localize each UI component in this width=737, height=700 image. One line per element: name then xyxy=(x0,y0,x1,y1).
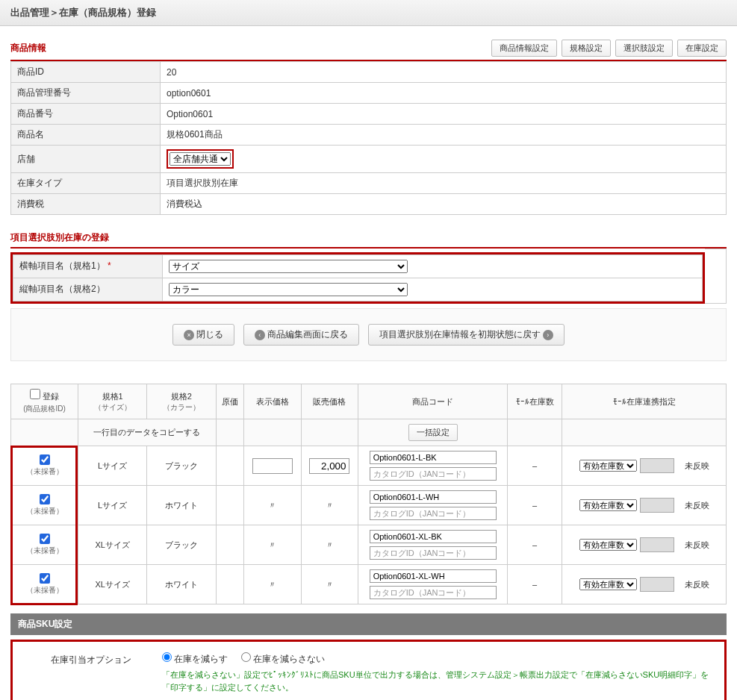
catalog-id-input[interactable] xyxy=(370,546,497,560)
cell-mall-stock: – xyxy=(508,565,562,604)
spec-grid: 登録 (商品規格ID) 規格1（サイズ） 規格2（カラー） 原価 表示価格 販売… xyxy=(10,384,727,604)
cell-spec2: ブラック xyxy=(147,446,216,486)
grid-header-spec1: 規格1 xyxy=(81,391,143,402)
radio-keep[interactable] xyxy=(241,652,251,662)
stock-link-select[interactable]: 有効在庫数 xyxy=(579,499,637,511)
row-checkbox[interactable] xyxy=(40,573,50,584)
reflect-status: 未反映 xyxy=(685,579,709,590)
cell-code xyxy=(358,446,508,486)
cell-mall-link: 有効在庫数未反映 xyxy=(562,486,727,525)
option-settings-button[interactable]: 選択肢設定 xyxy=(615,40,673,57)
cell-sale-price: 〃 xyxy=(301,525,358,565)
reflect-status: 未反映 xyxy=(685,500,709,511)
select-all-checkbox[interactable] xyxy=(30,389,40,399)
row-checkbox[interactable] xyxy=(40,454,50,465)
reflect-status: 未反映 xyxy=(685,460,709,472)
product-code-input[interactable] xyxy=(370,569,497,583)
cell-code xyxy=(358,486,508,525)
product-code-input[interactable] xyxy=(370,530,497,543)
reflect-status: 未反映 xyxy=(685,540,709,551)
sku-option-label: 在庫引当オプション xyxy=(20,652,162,666)
close-icon: × xyxy=(184,330,194,340)
stock-link-select[interactable]: 有効在庫数 xyxy=(579,460,637,472)
stock-link-number xyxy=(640,498,674,513)
axis2-select[interactable]: カラー xyxy=(169,283,408,296)
chevron-left-icon: ‹ xyxy=(255,330,265,340)
label-tax: 消費税 xyxy=(11,194,161,215)
row-status: （未採番） xyxy=(26,546,63,556)
cell-spec1: XLサイズ xyxy=(78,565,147,604)
label-product-id: 商品ID xyxy=(11,62,161,83)
radio-decrease[interactable] xyxy=(162,652,172,662)
label-mgmt-no: 商品管理番号 xyxy=(11,83,161,104)
bulk-set-button[interactable]: 一括設定 xyxy=(408,424,458,441)
product-info-settings-button[interactable]: 商品情報設定 xyxy=(491,40,557,57)
cell-spec1: Lサイズ xyxy=(78,446,147,486)
product-code-input[interactable] xyxy=(370,490,497,504)
grid-header-register-sub: (商品規格ID) xyxy=(23,404,66,414)
cell-mall-link: 有効在庫数未反映 xyxy=(562,525,727,565)
cell-mall-stock: – xyxy=(508,446,562,486)
product-code-input[interactable] xyxy=(370,451,497,464)
catalog-id-input[interactable] xyxy=(370,467,497,481)
grid-header-register: 登録 xyxy=(30,389,59,402)
cell-cost xyxy=(216,565,244,604)
row-status: （未採番） xyxy=(26,506,63,516)
row-status: （未採番） xyxy=(26,466,63,477)
cell-code xyxy=(358,525,508,565)
cell-cost xyxy=(216,446,244,486)
grid-header-mall-stock: ﾓｰﾙ在庫数 xyxy=(508,384,562,419)
row-status: （未採番） xyxy=(26,585,63,596)
sale-price-input[interactable] xyxy=(309,458,349,474)
grid-header-cost: 原価 xyxy=(216,384,244,419)
axis1-label: 横軸項目名（規格1） * xyxy=(13,254,163,278)
cell-disp-price: 〃 xyxy=(244,565,301,604)
row-checkbox[interactable] xyxy=(40,494,50,504)
stock-settings-button[interactable]: 在庫設定 xyxy=(677,40,727,57)
disp-price-input[interactable] xyxy=(252,458,293,474)
cell-mall-link: 有効在庫数未反映 xyxy=(562,446,727,486)
label-item-no: 商品番号 xyxy=(11,104,161,125)
value-tax: 消費税込 xyxy=(161,194,727,215)
grid-header-spec1-sub: （サイズ） xyxy=(81,402,143,413)
spec-settings-button[interactable]: 規格設定 xyxy=(562,40,611,57)
table-row: （未採番）Lサイズブラック–有効在庫数未反映 xyxy=(11,446,727,486)
catalog-id-input[interactable] xyxy=(370,507,497,520)
stock-link-number xyxy=(640,577,674,592)
chevron-right-icon: › xyxy=(543,330,553,340)
cell-sale-price: 〃 xyxy=(301,565,358,604)
cell-sale-price xyxy=(301,446,358,486)
table-row: （未採番）Lサイズホワイト〃〃–有効在庫数未反映 xyxy=(11,486,727,525)
label-name: 商品名 xyxy=(11,125,161,146)
grid-header-spec2: 規格2 xyxy=(150,391,212,402)
grid-header-spec2-sub: （カラー） xyxy=(150,402,212,413)
catalog-id-input[interactable] xyxy=(370,586,497,599)
stock-link-number xyxy=(640,458,674,473)
cell-disp-price xyxy=(244,446,301,486)
store-select[interactable]: 全店舗共通 xyxy=(170,152,231,166)
radio-decrease-label[interactable]: 在庫を減らす xyxy=(162,654,228,664)
back-edit-button[interactable]: ‹ 商品編集画面に戻る xyxy=(243,324,359,346)
cell-sale-price: 〃 xyxy=(301,486,358,525)
stock-link-select[interactable]: 有効在庫数 xyxy=(579,578,637,590)
table-row: （未採番）XLサイズブラック〃〃–有効在庫数未反映 xyxy=(11,525,727,565)
product-info-table: 商品ID20 商品管理番号option0601 商品番号Option0601 商… xyxy=(10,61,727,215)
stock-link-select[interactable]: 有効在庫数 xyxy=(579,539,637,551)
value-stock-type: 項目選択肢別在庫 xyxy=(161,173,727,194)
axis1-select[interactable]: サイズ xyxy=(169,260,408,273)
grid-header-disp-price: 表示価格 xyxy=(244,384,301,419)
value-mgmt-no: option0601 xyxy=(161,83,727,104)
row-checkbox[interactable] xyxy=(40,534,50,544)
cell-code xyxy=(358,565,508,604)
cell-spec2: ホワイト xyxy=(147,486,216,525)
grid-header-sale-price: 販売価格 xyxy=(301,384,358,419)
section-product-info: 商品情報 xyxy=(10,42,46,54)
section-axis-title: 項目選択肢別在庫の登録 xyxy=(10,231,109,244)
close-button[interactable]: × 閉じる xyxy=(172,324,234,346)
value-product-id: 20 xyxy=(161,62,727,83)
radio-keep-label[interactable]: 在庫を減らさない xyxy=(241,654,325,664)
cell-spec2: ブラック xyxy=(147,525,216,565)
cell-cost xyxy=(216,486,244,525)
cell-cost xyxy=(216,525,244,565)
reset-stock-button[interactable]: 項目選択肢別在庫情報を初期状態に戻す › xyxy=(368,324,565,346)
